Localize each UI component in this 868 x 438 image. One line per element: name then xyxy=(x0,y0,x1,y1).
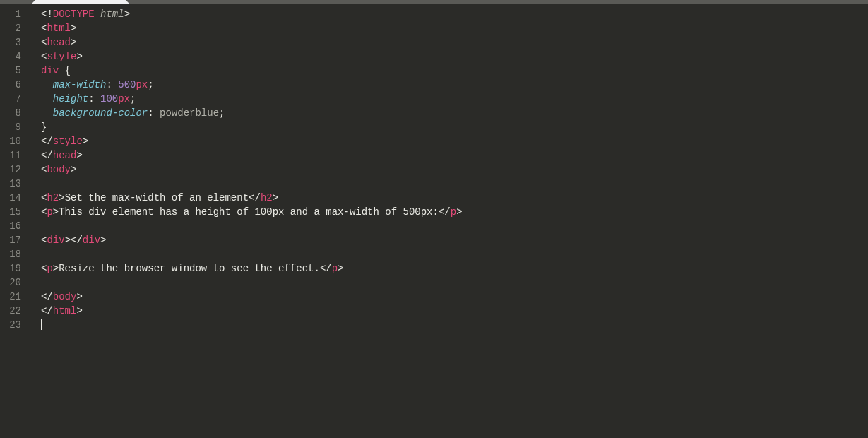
token: > xyxy=(83,136,88,147)
code-line[interactable]: </html> xyxy=(41,304,868,318)
line-number: 4 xyxy=(0,49,31,64)
token: h2 xyxy=(261,192,273,203)
token: } xyxy=(41,122,47,133)
token: </ xyxy=(439,206,451,218)
token: ></ xyxy=(65,235,83,246)
line-number: 21 xyxy=(0,290,31,304)
line-number: 11 xyxy=(0,148,31,162)
token: ; xyxy=(130,93,136,105)
token: px xyxy=(136,79,148,90)
line-number: 23 xyxy=(0,318,31,332)
line-number: 7 xyxy=(0,92,31,106)
code-editor[interactable]: 1234567891011121314151617181920212223 <!… xyxy=(0,4,868,438)
token: body xyxy=(53,291,77,302)
token: div xyxy=(41,65,59,76)
code-line[interactable]: <style> xyxy=(41,49,868,64)
line-number: 6 xyxy=(0,78,31,92)
text-cursor xyxy=(41,319,42,330)
token: > xyxy=(53,263,59,274)
token: DOCTYPE xyxy=(53,8,95,20)
line-number: 8 xyxy=(0,106,31,120)
token: p xyxy=(332,263,338,274)
token: head xyxy=(53,150,77,161)
token: <! xyxy=(41,8,53,20)
code-line[interactable]: div { xyxy=(41,64,868,78)
token: ; xyxy=(219,107,225,119)
token: max-width xyxy=(53,79,107,90)
token: > xyxy=(59,192,64,203)
code-line[interactable] xyxy=(41,318,868,332)
token: Resize the browser window to see the eff… xyxy=(59,263,320,274)
line-number: 20 xyxy=(0,276,31,290)
token: </ xyxy=(41,305,53,316)
token: > xyxy=(71,23,76,34)
line-number: 16 xyxy=(0,219,31,233)
token: head xyxy=(47,37,71,48)
token: </ xyxy=(41,291,53,302)
token: </ xyxy=(320,263,332,274)
code-area[interactable]: <!DOCTYPE html><html><head><style>div { … xyxy=(31,4,868,438)
token: div xyxy=(83,235,100,246)
line-number: 10 xyxy=(0,134,31,148)
token: 100 xyxy=(100,93,118,105)
token: > xyxy=(124,8,130,20)
token xyxy=(41,107,53,119)
code-line[interactable]: background-color: powderblue; xyxy=(41,106,868,120)
line-number: 15 xyxy=(0,205,31,219)
code-line[interactable]: max-width: 500px; xyxy=(41,78,868,92)
line-number: 9 xyxy=(0,120,31,134)
token xyxy=(41,93,53,105)
code-line[interactable]: <h2>Set the max-width of an element</h2> xyxy=(41,191,868,205)
token: </ xyxy=(41,150,53,161)
token: style xyxy=(47,51,76,62)
code-line[interactable]: </head> xyxy=(41,148,868,162)
token: body xyxy=(47,164,71,175)
token: div xyxy=(47,235,64,246)
code-line[interactable] xyxy=(41,177,868,191)
code-line[interactable] xyxy=(41,219,868,233)
line-number: 13 xyxy=(0,177,31,191)
token: style xyxy=(53,136,83,147)
token xyxy=(41,79,53,90)
code-line[interactable]: height: 100px; xyxy=(41,92,868,106)
token: height xyxy=(53,93,88,105)
code-line[interactable]: <p>Resize the browser window to see the … xyxy=(41,261,868,276)
code-line[interactable]: <html> xyxy=(41,21,868,35)
line-number-gutter: 1234567891011121314151617181920212223 xyxy=(0,4,31,438)
code-line[interactable]: <p>This div element has a height of 100p… xyxy=(41,205,868,219)
token: html xyxy=(47,23,71,34)
token: > xyxy=(53,206,59,218)
token: > xyxy=(273,192,278,203)
token: : xyxy=(106,79,118,90)
code-line[interactable]: <div></div> xyxy=(41,233,868,247)
line-number: 2 xyxy=(0,21,31,35)
token: </ xyxy=(249,192,261,203)
token: This div element has a height of 100px a… xyxy=(59,206,439,218)
token: > xyxy=(76,291,82,302)
token: p xyxy=(47,263,52,274)
code-line[interactable]: <body> xyxy=(41,162,868,177)
line-number: 14 xyxy=(0,191,31,205)
token: > xyxy=(456,206,462,218)
code-line[interactable] xyxy=(41,276,868,290)
line-number: 1 xyxy=(0,7,31,21)
code-line[interactable] xyxy=(41,247,868,261)
code-line[interactable]: </style> xyxy=(41,134,868,148)
token: > xyxy=(100,235,106,246)
token: </ xyxy=(41,136,53,147)
line-number: 22 xyxy=(0,304,31,318)
code-line[interactable]: <head> xyxy=(41,35,868,49)
code-line[interactable]: } xyxy=(41,120,868,134)
token: px xyxy=(118,93,130,105)
code-line[interactable]: <!DOCTYPE html> xyxy=(41,7,868,21)
line-number: 5 xyxy=(0,64,31,78)
token: > xyxy=(338,263,343,274)
code-line[interactable]: </body> xyxy=(41,290,868,304)
line-number: 12 xyxy=(0,162,31,177)
line-number: 18 xyxy=(0,247,31,261)
token: html xyxy=(53,305,77,316)
token: > xyxy=(71,164,76,175)
token: > xyxy=(76,51,82,62)
line-number: 19 xyxy=(0,261,31,276)
token: ; xyxy=(148,79,153,90)
